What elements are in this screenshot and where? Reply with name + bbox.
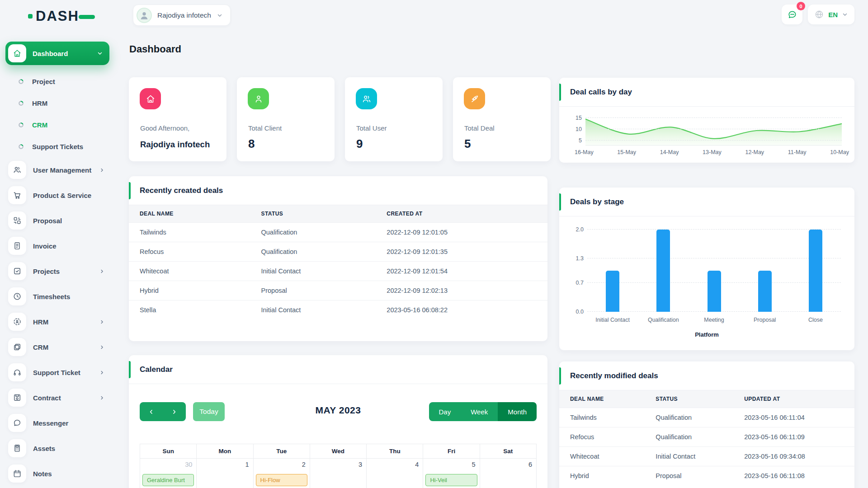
- calendar-day-cell[interactable]: 4: [367, 459, 423, 488]
- company-switcher[interactable]: Rajodiya infotech: [133, 5, 231, 26]
- sidebar-item-invoice[interactable]: Invoice: [5, 233, 109, 258]
- calendar-day-cell[interactable]: 2Hi-Flow: [254, 459, 310, 488]
- sidebar-item-assets[interactable]: Assets: [5, 436, 109, 461]
- sidebar-item-messenger[interactable]: Messenger: [5, 410, 109, 436]
- sidebar-item-label: Product & Service: [33, 192, 105, 199]
- bar-slot: [689, 230, 739, 312]
- table-cell: 2022-12-09 12:01:35: [376, 242, 547, 262]
- language-selector[interactable]: EN: [808, 5, 854, 24]
- sidebar-item-projects[interactable]: Projects: [5, 258, 109, 284]
- sidebar-item-support-tickets[interactable]: Support Tickets: [5, 136, 109, 157]
- bar-category-labels: Initial ContactQualificationMeetingPropo…: [587, 317, 841, 323]
- calendar-date-number: 2: [302, 461, 306, 468]
- table-cell: 2022-12-09 12:01:05: [376, 223, 547, 242]
- sidebar-item-proposal[interactable]: Proposal: [5, 208, 109, 233]
- bullet-ring-icon: [18, 79, 24, 84]
- x-axis-tick-label: 10-May: [830, 149, 849, 155]
- home-icon: [13, 49, 22, 58]
- calendar-view-week-button[interactable]: Week: [461, 402, 498, 421]
- calendar-view-month-button[interactable]: Month: [498, 402, 537, 421]
- user-icon: [254, 94, 264, 104]
- bar-meeting: [708, 271, 721, 312]
- sidebar-icon-box: [8, 439, 26, 457]
- users-icon: [13, 165, 22, 174]
- sidebar-icon-box: [8, 389, 26, 407]
- calendar-day-cell[interactable]: 30Geraldine Burt: [140, 459, 197, 488]
- sidebar-icon-box: [8, 262, 26, 280]
- sidebar-item-label: Project: [32, 78, 55, 85]
- app-logo: DASH: [28, 9, 95, 23]
- stat-card-total-deal: Total Deal5: [453, 77, 551, 161]
- calendar-day-cell[interactable]: 5Hi-Veil: [423, 459, 480, 488]
- x-axis-tick-label: 14-May: [660, 149, 679, 155]
- sidebar-item-dashboard[interactable]: Dashboard: [5, 42, 109, 65]
- table-cell: Hybrid: [129, 281, 250, 300]
- proposal-icon: [13, 216, 22, 225]
- messages-button[interactable]: 0: [782, 5, 802, 24]
- table-cell: Proposal: [250, 281, 376, 300]
- gridline: [585, 129, 842, 129]
- calendar-toolbar: Today MAY 2023 DayWeekMonth: [140, 402, 537, 421]
- weekday-header-wed: Wed: [310, 444, 367, 458]
- home-icon: [146, 94, 156, 104]
- stat-card-good-afternoon: Good Afternoon,Rajodiya infotech: [129, 77, 226, 161]
- calendar-view-day-button[interactable]: Day: [429, 402, 461, 421]
- sidebar-icon-box: [8, 313, 26, 331]
- table-cell: 2022-12-09 12:01:54: [376, 262, 547, 281]
- table-row: HybridProposal2023-05-16 06:11:08: [559, 466, 854, 486]
- sidebar-icon-box: [8, 287, 26, 305]
- stat-label: Total Client: [248, 124, 282, 132]
- sidebar-item-label: Projects: [33, 267, 92, 275]
- stat-value: 5: [464, 137, 471, 151]
- logo-dash-icon: [79, 15, 95, 19]
- calendar-event-hi-veil[interactable]: Hi-Veil: [425, 474, 477, 486]
- bar-close: [809, 230, 822, 312]
- chevron-right-icon: [99, 167, 105, 173]
- recently-modified-deals-card: Recently modified deals DEAL NAMESTATUSU…: [559, 361, 854, 488]
- column-header: UPDATED AT: [733, 390, 854, 408]
- sidebar-item-project[interactable]: Project: [5, 70, 109, 92]
- table-cell: Qualification: [645, 427, 733, 447]
- chat-icon: [13, 418, 22, 427]
- rocket-icon: [470, 94, 480, 104]
- calendar-day-cell[interactable]: 1: [197, 459, 253, 488]
- bullet-ring-icon: [18, 100, 24, 106]
- area-chart: [585, 116, 842, 145]
- check-square-icon: [13, 267, 22, 276]
- sidebar-item-crm[interactable]: CRM: [5, 114, 109, 136]
- recently-modified-deals-table: DEAL NAMESTATUSUPDATED ATTailwindsQualif…: [559, 390, 854, 485]
- table-row: RefocusQualification2022-12-09 12:01:35: [129, 242, 547, 262]
- sidebar-item-hrm[interactable]: HRM: [5, 92, 109, 114]
- calendar-event-hi-flow[interactable]: Hi-Flow: [256, 474, 307, 486]
- table-cell: Qualification: [250, 242, 376, 262]
- calendar-week-row: 30Geraldine Burt12Hi-Flow345Hi-Veil6: [140, 458, 536, 488]
- calendar-event-geraldine-burt[interactable]: Geraldine Burt: [142, 474, 194, 486]
- stat-icon-box: [140, 88, 161, 109]
- chevron-right-icon: [99, 395, 105, 401]
- x-axis-title: Platform: [559, 331, 854, 338]
- sidebar-item-support-ticket[interactable]: Support Ticket: [5, 360, 109, 385]
- table-row: WhitecoatInitial Contact2023-05-16 09:34…: [559, 447, 854, 466]
- sidebar-item-hrm[interactable]: HRM: [5, 309, 109, 334]
- weekday-header-mon: Mon: [197, 444, 253, 458]
- card-accent: [559, 84, 561, 101]
- sidebar-item-contract[interactable]: Contract: [5, 385, 109, 410]
- top-bar: DASH Rajodiya infotech 0 EN: [0, 0, 868, 33]
- sidebar-item-timesheets[interactable]: Timesheets: [5, 284, 109, 309]
- bar-slot: [790, 230, 841, 312]
- sidebar-item-notes[interactable]: Notes: [5, 461, 109, 486]
- sidebar-item-label: HRM: [33, 318, 92, 326]
- stat-icon-box: [464, 88, 485, 109]
- x-axis-tick-label: 16-May: [575, 149, 594, 155]
- stat-value: Rajodiya infotech: [140, 140, 210, 150]
- card-accent: [559, 193, 561, 211]
- chevron-right-icon: [99, 344, 105, 350]
- calendar-day-cell[interactable]: 6: [480, 459, 536, 488]
- bar-slot: [587, 230, 638, 312]
- sidebar-item-user-management[interactable]: User Management: [5, 157, 109, 183]
- sidebar-item-crm[interactable]: CRM: [5, 334, 109, 360]
- calendar-day-cell[interactable]: 3: [310, 459, 367, 488]
- person-icon: [138, 9, 150, 21]
- column-header: STATUS: [645, 390, 733, 408]
- sidebar-item-product-service[interactable]: Product & Service: [5, 183, 109, 208]
